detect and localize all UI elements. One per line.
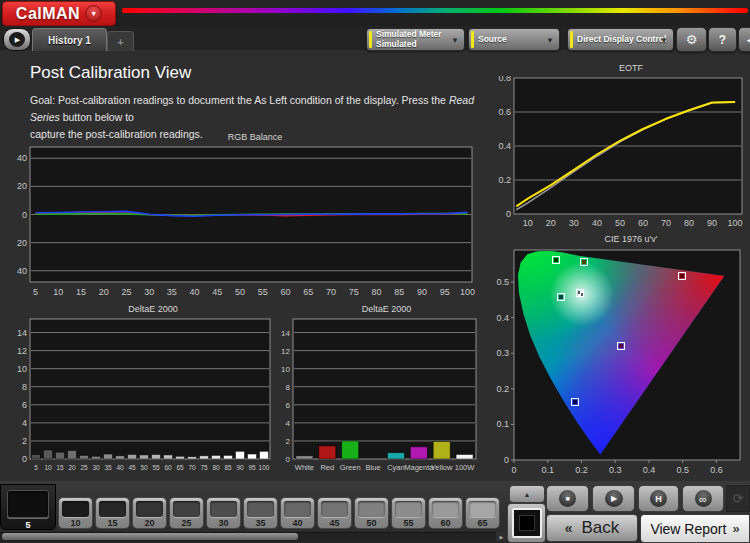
svg-text:75: 75 (200, 464, 208, 471)
svg-text:0.2: 0.2 (575, 465, 588, 475)
tab-history-1[interactable]: History 1 (32, 28, 107, 51)
chevrons-left-icon: « (565, 520, 573, 536)
source-dropdown[interactable]: Source ▼ (468, 28, 560, 51)
svg-text:2: 2 (286, 437, 291, 446)
level-button-50[interactable]: 50 (354, 497, 389, 529)
level-button-30[interactable]: 30 (206, 497, 241, 529)
svg-text:0: 0 (22, 210, 27, 220)
level-button-45[interactable]: 45 (317, 497, 352, 529)
level-button-60[interactable]: 60 (428, 497, 463, 529)
meter-dropdown[interactable]: Simulated Meter Simulated ▼ (366, 28, 465, 51)
gear-icon: ⚙ (686, 32, 698, 47)
svg-text:20: 20 (17, 181, 27, 191)
svg-text:0: 0 (506, 209, 511, 219)
cie-plot-area: 00.10.20.30.40.50.600.10.20.30.40.5 (496, 248, 748, 482)
gray-patch (136, 501, 163, 517)
rgb-balance-chart: RGB Balance 4020020405101520253035404550… (8, 132, 480, 302)
level-button-40[interactable]: 40 (280, 497, 315, 529)
scrollbar-right-arrow[interactable]: ▶ (496, 532, 507, 541)
svg-text:40: 40 (116, 464, 124, 471)
rgb-balance-plot: 4020020405101520253035404550556065707580… (8, 145, 480, 301)
chart-title: CIE 1976 u'v' (496, 234, 748, 247)
plus-icon: + (117, 36, 123, 48)
svg-text:0.3: 0.3 (496, 348, 509, 358)
level-label: 35 (244, 518, 277, 528)
logo-dropdown-icon[interactable]: ▼ (85, 5, 102, 22)
svg-text:25: 25 (121, 287, 131, 297)
continuous-read-button[interactable]: ∞ (682, 485, 724, 512)
pattern-panel-up-button[interactable]: ▲ (509, 485, 545, 503)
svg-text:0: 0 (22, 454, 27, 464)
help-button[interactable]: ? (708, 27, 737, 52)
gray-patch (469, 501, 496, 517)
svg-text:40: 40 (17, 266, 27, 276)
gray-patch (432, 501, 459, 517)
chevron-down-icon: ▼ (546, 35, 554, 44)
add-tab-button[interactable]: + (107, 31, 134, 51)
svg-text:80: 80 (371, 287, 381, 297)
back-label: Back (582, 518, 620, 538)
svg-text:25: 25 (80, 464, 88, 471)
svg-text:90: 90 (417, 287, 427, 297)
svg-text:0.1: 0.1 (541, 465, 554, 475)
svg-text:White: White (295, 463, 314, 472)
level-scrollbar-thumb[interactable] (2, 533, 298, 540)
svg-text:20: 20 (99, 287, 109, 297)
chevron-down-icon: ▼ (660, 35, 668, 44)
deltae-colors-plot: 14121086420WhiteRedGreenBlueCyanMagentaY… (277, 317, 480, 478)
svg-text:15: 15 (76, 287, 86, 297)
svg-text:100: 100 (728, 218, 743, 228)
level-button-35[interactable]: 35 (243, 497, 278, 529)
svg-text:0.8: 0.8 (498, 76, 511, 83)
level-button-55[interactable]: 55 (391, 497, 426, 529)
level-button-15[interactable]: 15 (95, 497, 130, 529)
pattern-window-button[interactable] (507, 503, 546, 543)
svg-text:0.4: 0.4 (496, 313, 509, 323)
collapse-panel-button[interactable]: ◀ (738, 27, 750, 52)
level-button-25[interactable]: 25 (169, 497, 204, 529)
arrow-right-icon: ▶ (500, 534, 504, 540)
svg-text:55: 55 (258, 287, 268, 297)
svg-text:40: 40 (17, 153, 27, 163)
svg-text:Cyan: Cyan (387, 463, 405, 472)
svg-text:Magenta: Magenta (404, 463, 434, 472)
yellow-stripe (471, 31, 474, 48)
svg-text:100: 100 (460, 287, 475, 297)
gray-patch (210, 501, 237, 517)
level-button-20[interactable]: 20 (132, 497, 167, 529)
calman-logo-text: CalMAN (16, 5, 80, 23)
level-button-10[interactable]: 10 (58, 497, 93, 529)
refresh-button-disabled[interactable]: ⟳ (726, 485, 750, 512)
svg-text:0.5: 0.5 (496, 277, 509, 287)
eotf-plot: 0.80.60.40.20102030405060708090100 (496, 76, 748, 232)
svg-text:50: 50 (235, 287, 245, 297)
svg-text:10: 10 (53, 287, 63, 297)
settings-button[interactable]: ⚙ (676, 27, 707, 52)
back-button[interactable]: « Back (546, 514, 638, 542)
infinity-icon: ∞ (695, 490, 712, 507)
step-read-button[interactable]: H (638, 485, 679, 512)
svg-text:Red: Red (320, 463, 334, 472)
svg-text:100W: 100W (455, 463, 476, 472)
gray-patch (247, 501, 274, 517)
eotf-chart: EOTF 0.80.60.40.20102030405060708090100 (496, 63, 748, 233)
svg-text:0.4: 0.4 (498, 141, 511, 151)
read-series-play-button[interactable]: ▶ (592, 485, 635, 512)
chart-title: DeltaE 2000 (8, 304, 276, 317)
svg-text:70: 70 (661, 218, 671, 228)
svg-text:10: 10 (17, 364, 27, 374)
display-control-dropdown[interactable]: Direct Display Control ▼ (567, 28, 674, 51)
svg-text:70: 70 (188, 464, 196, 471)
svg-text:55: 55 (152, 464, 160, 471)
level-button-5[interactable]: 5 (0, 484, 56, 530)
rainbow-spectrum-strip (122, 8, 748, 13)
calman-logo-button[interactable]: CalMAN ▼ (2, 1, 116, 26)
play-icon: ▶ (9, 32, 25, 47)
view-report-button[interactable]: View Report » (640, 514, 750, 543)
stop-button[interactable]: ■ (546, 485, 589, 512)
chart-title: EOTF (496, 63, 748, 76)
workflow-menu-button[interactable]: ▶ (3, 28, 31, 51)
svg-text:10: 10 (523, 218, 533, 228)
svg-text:12: 12 (281, 347, 290, 356)
level-button-65[interactable]: 65 (465, 497, 500, 529)
